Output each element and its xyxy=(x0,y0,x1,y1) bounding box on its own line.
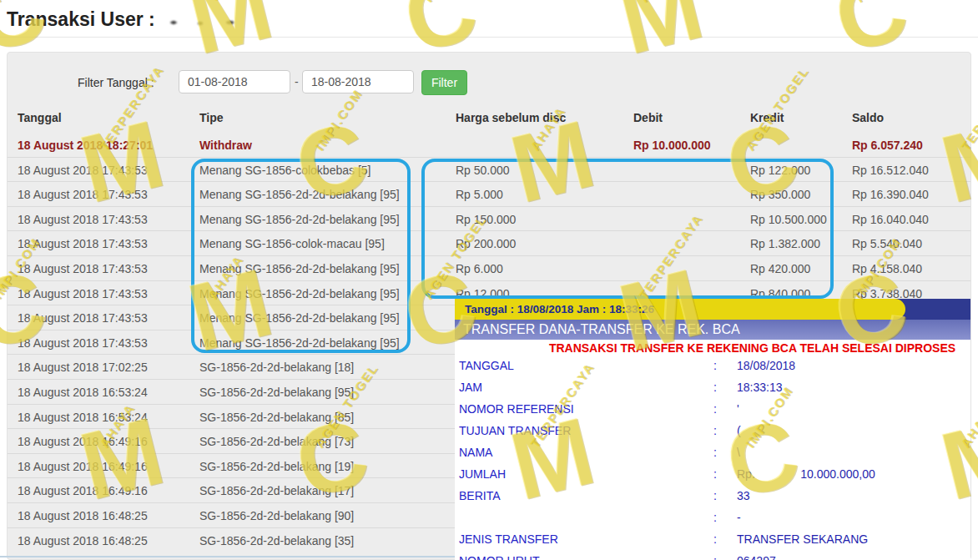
table-row: 18 August 2018 17:43:53 Menang SG-1856-2… xyxy=(8,207,970,232)
cell-harga: Rp 200.000 xyxy=(456,237,516,250)
cell-saldo: Rp 16.512.040 xyxy=(852,164,929,177)
cell-tipe: Menang SG-1856-2d-2d-belakang [95] xyxy=(199,188,400,201)
cell-harga: Rp 5.000 xyxy=(456,188,503,201)
popup-field-label: JAM xyxy=(459,381,482,394)
cell-tanggal: 18 August 2018 17:02:25 xyxy=(18,361,148,374)
popup-field-row: NAMA : \ xyxy=(455,442,970,464)
watermark-caption: TERPERCAYA xyxy=(205,0,275,5)
popup-field-row: JUMLAH : Rp. 10.000.000,00 xyxy=(455,464,970,486)
cell-kredit: Rp 122.000 xyxy=(750,164,810,177)
popup-field-label: JENIS TRANSFER xyxy=(459,532,558,546)
cell-tipe: SG-1856-2d-2d-belakang [19] xyxy=(199,460,354,473)
column-header-saldo: Saldo xyxy=(852,111,884,124)
table-row: 18 August 2018 17:43:53 Menang SG-1856-c… xyxy=(8,158,970,183)
popup-field-colon: : xyxy=(713,511,717,524)
cell-tanggal: 18 August 2018 16:49:16 xyxy=(18,435,148,448)
popup-field-colon: : xyxy=(713,554,717,560)
cell-tipe: SG-1856-2d-2d-belakang [35] xyxy=(199,534,354,547)
cell-tipe: Menang SG-1856-2d-2d-belakang [95] xyxy=(199,213,400,226)
popup-field-value: 064297 xyxy=(737,554,776,560)
cell-tanggal: 18 August 2018 16:53:24 xyxy=(18,411,148,424)
cell-tipe: SG-1856-2d-2d-belakang [73] xyxy=(199,435,354,448)
cell-tipe: Menang SG-1856-2d-2d-belakang [95] xyxy=(199,311,400,325)
cell-tanggal: 18 August 2018 17:43:53 xyxy=(18,287,148,300)
page-title-text: Transaksi User : xyxy=(7,8,155,30)
table-row: 18 August 2018 17:43:53 Menang SG-1856-c… xyxy=(8,231,970,256)
cell-tipe: SG-1856-2d-2d-belakang [85] xyxy=(199,411,354,424)
popup-field-label: JUMLAH xyxy=(459,467,506,481)
popup-field-colon: : xyxy=(713,402,717,416)
popup-field-colon: : xyxy=(713,359,717,372)
popup-field-value: 33 xyxy=(737,489,750,502)
transaction-page: Transaksi User : Filter Tanggal : - Filt… xyxy=(0,0,978,560)
popup-field-colon: : xyxy=(713,381,717,394)
popup-field-label: TUJUAN TRANSFER xyxy=(459,424,571,437)
cell-tanggal: 18 August 2018 16:49:16 xyxy=(18,484,148,497)
watermark-caption: IMPI.COM xyxy=(421,0,473,5)
popup-field-label: BERITA xyxy=(459,489,501,502)
cell-tanggal: 18 August 2018 16:53:24 xyxy=(18,386,148,399)
popup-field-label: NOMOR REFERENSI xyxy=(459,402,574,416)
filter-button[interactable]: Filter xyxy=(421,70,467,95)
popup-field-colon: : xyxy=(713,532,717,546)
popup-field-row: : - xyxy=(455,507,970,529)
popup-field-list: TANGGAL : 18/08/2018 JAM : 18:33:13 NOMO… xyxy=(455,356,970,560)
cell-tipe: Withdraw xyxy=(199,139,252,152)
cell-saldo: Rp 6.057.240 xyxy=(852,139,923,152)
cell-debit: Rp 10.000.000 xyxy=(633,139,711,152)
column-header-harga: Harga sebelum disc xyxy=(456,111,566,124)
date-from-input[interactable] xyxy=(179,70,290,93)
popup-field-value: 18:33:13 xyxy=(737,381,783,394)
popup-field-label: NOMOR URUT xyxy=(459,554,539,560)
cell-kredit: Rp 10.500.000 xyxy=(750,213,827,226)
popup-field-value: \ xyxy=(737,446,740,459)
cell-kredit: Rp 420.000 xyxy=(750,262,810,275)
popup-field-colon: : xyxy=(713,424,717,437)
popup-field-label: TANGGAL xyxy=(459,359,514,372)
cell-saldo: Rp 5.540.040 xyxy=(852,237,922,250)
table-row: 18 August 2018 17:43:53 Menang SG-1856-2… xyxy=(8,256,970,281)
cell-tipe: Menang SG-1856-2d-2d-belakang [95] xyxy=(199,287,400,300)
popup-status-message: TRANSAKSI TRANSFER KE REKENING BCA TELAH… xyxy=(455,341,970,355)
cell-kredit: Rp 1.382.000 xyxy=(750,237,820,250)
popup-field-row: BERITA : 33 xyxy=(455,486,970,507)
cell-tanggal: 18 August 2018 17:43:53 xyxy=(18,262,148,275)
redacted-username xyxy=(164,13,255,26)
cell-tipe: SG-1856-2d-2d-belakang [90] xyxy=(199,509,354,522)
cell-tanggal: 18 August 2018 17:43:53 xyxy=(18,237,148,250)
cell-tipe: Menang SG-1856-colokbebas [5] xyxy=(199,164,371,177)
cell-tanggal: 18 August 2018 16:48:25 xyxy=(18,509,148,522)
column-header-debit: Debit xyxy=(633,111,663,124)
popup-field-row: NOMOR URUT : 064297 xyxy=(455,551,970,560)
popup-field-value: ' xyxy=(737,402,739,416)
popup-field-value: - xyxy=(737,511,741,524)
title-divider xyxy=(0,37,978,38)
cell-tanggal: 18 August 2018 16:49:16 xyxy=(18,460,148,473)
page-title: Transaksi User : xyxy=(7,8,255,31)
column-header-kredit: Kredit xyxy=(750,111,784,124)
popup-field-row: NOMOR REFERENSI : ' xyxy=(455,399,970,421)
popup-title-bar: TRANSFER DANA-TRANSFER KE REK. BCA xyxy=(455,320,970,340)
cell-tipe: Menang SG-1856-2d-2d-belakang [95] xyxy=(199,336,400,350)
cell-tanggal: 18 August 2018 17:43:53 xyxy=(18,311,148,325)
date-range-separator: - xyxy=(295,75,299,88)
cell-saldo: Rp 4.158.040 xyxy=(852,262,922,275)
watermark-caption: AGEN TOGEL xyxy=(851,0,920,5)
popup-datetime-text: Tanggal : 18/08/2018 Jam : 18:33:26 xyxy=(465,303,654,315)
cell-tipe: Menang SG-1856-colok-macau [95] xyxy=(199,237,385,250)
transfer-receipt-popup: Tanggal : 18/08/2018 Jam : 18:33:26 TRAN… xyxy=(455,299,970,560)
date-to-input[interactable] xyxy=(302,70,414,93)
cell-tanggal: 18 August 2018 17:43:53 xyxy=(18,336,148,350)
filter-label: Filter Tanggal : xyxy=(78,76,154,89)
page-bottom-edge xyxy=(0,556,456,557)
watermark-caption: AHAYA xyxy=(636,0,677,5)
cell-harga: Rp 6.000 xyxy=(456,262,503,275)
popup-field-value: Rp. 10.000.000,00 xyxy=(737,467,875,481)
cell-tanggal: 18 August 2018 17:43:53 xyxy=(18,213,148,226)
table-header: Tanggal Tipe Harga sebelum disc Debit Kr… xyxy=(8,111,970,133)
table-row: 18 August 2018 18:27:01 Withdraw Rp 10.0… xyxy=(8,133,970,158)
popup-field-colon: : xyxy=(713,446,717,459)
popup-datetime-bar: Tanggal : 18/08/2018 Jam : 18:33:26 xyxy=(455,299,905,320)
popup-field-value: 18/08/2018 xyxy=(737,359,795,372)
cell-tipe: SG-1856-2d-2d-belakang [17] xyxy=(199,484,354,497)
